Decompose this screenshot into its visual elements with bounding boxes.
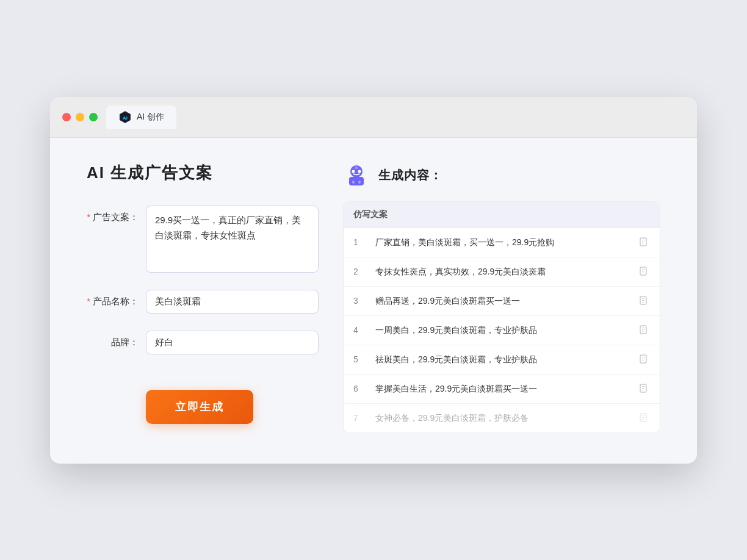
row-number: 6 [353, 384, 368, 393]
copy-icon[interactable] [638, 353, 650, 365]
row-number: 4 [353, 325, 368, 335]
table-rows: 1厂家直销，美白淡斑霜，买一送一，29.9元抢购 2专抹女性斑点，真实功效，29… [344, 228, 660, 433]
row-number: 5 [353, 354, 368, 364]
table-header: 仿写文案 [344, 202, 660, 228]
copy-icon[interactable] [638, 236, 650, 248]
table-row: 2专抹女性斑点，真实功效，29.9元美白淡斑霜 [344, 257, 660, 287]
active-tab[interactable]: AI AI 创作 [106, 106, 176, 129]
row-number: 7 [353, 413, 368, 423]
svg-point-4 [352, 170, 355, 173]
svg-rect-34 [642, 354, 647, 361]
table-row: 6掌握美白生活，29.9元美白淡斑霜买一送一 [344, 375, 660, 404]
close-button[interactable] [62, 113, 71, 121]
table-row: 4一周美白，29.9元美白淡斑霜，专业护肤品 [344, 316, 660, 345]
row-text: 掌握美白生活，29.9元美白淡斑霜买一送一 [375, 382, 630, 395]
row-text: 专抹女性斑点，真实功效，29.9元美白淡斑霜 [375, 265, 630, 278]
copy-icon[interactable] [638, 295, 650, 307]
svg-rect-24 [642, 295, 647, 303]
table-row: 3赠品再送，29.9元美白淡斑霜买一送一 [344, 287, 660, 316]
table-row: 1厂家直销，美白淡斑霜，买一送一，29.9元抢购 [344, 228, 660, 257]
ad-copy-input[interactable] [146, 206, 319, 273]
svg-rect-39 [642, 383, 647, 390]
ad-copy-row: *广告文案： [87, 206, 319, 273]
product-name-input[interactable] [146, 290, 319, 314]
row-text: 厂家直销，美白淡斑霜，买一送一，29.9元抢购 [375, 236, 630, 249]
svg-rect-3 [349, 177, 364, 185]
svg-rect-19 [642, 266, 647, 273]
right-header: 生成内容： [343, 162, 660, 189]
row-number: 2 [353, 267, 368, 276]
page-title: AI 生成广告文案 [87, 162, 319, 184]
row-number: 1 [353, 237, 368, 247]
row-text: 女神必备，29.9元美白淡斑霜，护肤必备 [375, 412, 630, 425]
svg-point-5 [358, 170, 361, 173]
brand-row: 品牌： [87, 331, 319, 354]
table-row: 7女神必备，29.9元美白淡斑霜，护肤必备 [344, 404, 660, 433]
browser-window: AI AI 创作 AI 生成广告文案 *广告文案： *产品名称： [50, 97, 697, 464]
row-text: 赠品再送，29.9元美白淡斑霜买一送一 [375, 295, 630, 307]
left-panel: AI 生成广告文案 *广告文案： *产品名称： 品牌： 立 [87, 162, 319, 433]
bot-icon [343, 162, 370, 189]
main-content: AI 生成广告文案 *广告文案： *产品名称： 品牌： 立 [50, 138, 697, 464]
results-table: 仿写文案 1厂家直销，美白淡斑霜，买一送一，29.9元抢购 2专抹女性斑点，真实… [343, 201, 660, 433]
right-panel: 生成内容： 仿写文案 1厂家直销，美白淡斑霜，买一送一，29.9元抢购 2专抹女… [343, 162, 660, 433]
titlebar: AI AI 创作 [50, 97, 697, 138]
svg-rect-14 [642, 237, 647, 244]
svg-rect-8 [352, 181, 355, 184]
row-text: 祛斑美白，29.9元美白淡斑霜，专业护肤品 [375, 353, 630, 366]
product-name-required: * [87, 296, 90, 306]
copy-icon[interactable] [638, 412, 650, 424]
svg-point-7 [355, 165, 358, 167]
copy-icon[interactable] [638, 382, 650, 395]
tab-label: AI 创作 [137, 112, 164, 123]
brand-label: 品牌： [87, 331, 139, 348]
product-name-row: *产品名称： [87, 290, 319, 314]
right-title: 生成内容： [378, 167, 442, 184]
maximize-button[interactable] [89, 113, 98, 121]
ad-copy-label: *广告文案： [87, 206, 139, 223]
ai-tab-icon: AI [118, 110, 132, 124]
generate-button[interactable]: 立即生成 [146, 390, 253, 424]
product-name-label: *产品名称： [87, 290, 139, 307]
svg-rect-6 [355, 167, 358, 169]
table-row: 5祛斑美白，29.9元美白淡斑霜，专业护肤品 [344, 345, 660, 375]
traffic-lights [62, 113, 98, 121]
copy-icon[interactable] [638, 324, 650, 336]
svg-text:AI: AI [123, 115, 128, 120]
row-number: 3 [353, 296, 368, 306]
ad-copy-required: * [87, 212, 90, 222]
svg-rect-44 [642, 412, 647, 420]
svg-rect-29 [642, 325, 647, 332]
minimize-button[interactable] [76, 113, 84, 121]
copy-icon[interactable] [638, 265, 650, 278]
row-text: 一周美白，29.9元美白淡斑霜，专业护肤品 [375, 324, 630, 337]
brand-input[interactable] [146, 331, 319, 354]
svg-rect-9 [358, 181, 361, 184]
